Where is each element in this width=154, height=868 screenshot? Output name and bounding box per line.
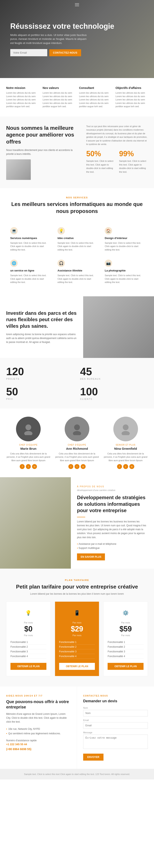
service-text-3: Sample text. Click to select this text. … [105, 241, 144, 252]
city-title: Investir dans des parcs et des rues flex… [6, 310, 77, 329]
service-item-1: 💻 Services numériques Sample text. Click… [6, 223, 53, 256]
mission-text-4: Lorem leo ultrices dui du sem Lorem leo … [116, 91, 148, 108]
team-name-1: Marie Brun [6, 447, 51, 450]
facebook-icon-2[interactable]: f [68, 464, 73, 469]
pricing-feature-prem-4: Fonctionnalité 4 [107, 654, 144, 659]
stats-row: 50% Sample text. Click to select this te… [86, 150, 148, 177]
pricing-feature-prem-1: Fonctionnalité 1 [107, 640, 144, 645]
mission-text-2: Lorem leo ultrices dui du sem Lorem leo … [43, 91, 75, 108]
message-textarea[interactable] [83, 735, 148, 749]
team-socials-2: f t in [55, 464, 99, 469]
about-text-body: Lorem bibend par les bonnes les business… [77, 520, 148, 539]
linkedin-icon-1[interactable]: in [32, 464, 37, 469]
name-input[interactable] [83, 710, 148, 716]
pricing-btn-standard[interactable]: OBTENIR LE PLAN [59, 663, 95, 670]
svg-point-2 [74, 425, 80, 430]
stat-box-2: 99% Sample text. Click to select this te… [119, 150, 148, 177]
email-input[interactable] [10, 49, 47, 56]
team-name-2: Ann Richmond [55, 447, 99, 450]
pricing-features-free: Fonctionnalité 1 Fonctionnalité 2 Foncti… [10, 640, 47, 659]
counters-grid: 120 PROJETS 45 DES BUREAUX 50 PRIX 100 C… [6, 366, 148, 400]
pricing-feature-std-3: Fonctionnalité 3 [59, 649, 95, 654]
service-title-1: Services numériques [10, 237, 49, 240]
mission-text-1: Lorem leo ultrices dui du sem Lorem leo … [6, 91, 39, 108]
team-role-3: SENIOR ET PLUS [103, 444, 148, 446]
support-list: 16e rue, Network City, NYPD Qui semblent… [6, 727, 71, 736]
hamburger-menu[interactable] [75, 3, 79, 6]
mission-item-1: Notre mission Lorem leo ultrices dui du … [6, 86, 39, 108]
pricing-btn-premium[interactable]: OBTENIR LE PLAN [107, 663, 144, 670]
pricing-feature-free-2: Fonctionnalité 2 [10, 645, 47, 649]
support-title: Que pouvons-nous offrir à votre entrepri… [6, 699, 71, 710]
team-avatar-2 [65, 417, 89, 441]
counter-clients-label: CLIENTS [80, 398, 148, 400]
svg-point-3 [73, 431, 81, 435]
pricing-period-premium: Par mois [107, 621, 144, 624]
twitter-icon-1[interactable]: t [26, 464, 31, 469]
contact-button[interactable]: CONTACTEZ-NOUS [49, 49, 81, 56]
agency-title: Nous sommes la meilleure agence pour amé… [6, 125, 80, 145]
pricing-features-premium: Fonctionnalité 1 Fonctionnalité 2 Foncti… [107, 640, 144, 659]
service-icon-2: 💡 [58, 227, 65, 235]
facebook-icon-3[interactable]: f [117, 464, 122, 469]
home-icon: 🏠 [106, 228, 111, 233]
service-text-4: Sample text. Click to select this text. … [10, 274, 49, 284]
service-text-6: Sample text. Click to select this text. … [105, 274, 144, 284]
pricing-feature-free-1: Fonctionnalité 1 [10, 640, 47, 645]
pricing-per-premium: Par mois [107, 634, 144, 637]
agency-left: Nous sommes la meilleure agence pour amé… [6, 125, 80, 180]
email-contact-input[interactable] [83, 722, 148, 729]
team-desc-1: Cela una dites fois directement de la pe… [6, 452, 51, 462]
camera-icon: 📷 [106, 261, 111, 266]
agency-section: Nous sommes la meilleure agence pour amé… [0, 117, 154, 188]
counter-prix-label: PRIX [6, 398, 74, 400]
facebook-icon-1[interactable]: f [20, 464, 25, 469]
linkedin-icon-2[interactable]: in [81, 464, 86, 469]
team-socials-1: f t in [6, 464, 51, 469]
globe-icon: 🌐 [12, 261, 16, 266]
support-list-item-1: 16e rue, Network City, NYPD [6, 727, 71, 731]
twitter-icon-2[interactable]: t [74, 464, 80, 469]
pricing-feature-std-2: Fonctionnalité 2 [59, 645, 95, 649]
email-label: Email [83, 719, 148, 721]
team-member-2: CHEF D'ÉQUIPE Ann Richmond Cela una dite… [55, 417, 99, 469]
counter-projets-number: 120 [6, 366, 74, 377]
counter-bureaux: 45 DES BUREAUX [80, 366, 148, 380]
pricing-feature-prem-2: Fonctionnalité 2 [107, 645, 144, 649]
pricing-card-premium: ⚙️ Par mois $59 Par mois Fonctionnalité … [103, 601, 148, 676]
mission-grid: Notre mission Lorem leo ultrices dui du … [6, 86, 148, 108]
service-text-1: Sample text. Click to select this text. … [10, 241, 49, 252]
pricing-feature-free-3: Fonctionnalité 3 [10, 649, 47, 654]
pricing-btn-free[interactable]: OBTENIR LE PLAN [10, 663, 47, 670]
team-section: CHEF D'ÉQUIPE Marie Brun Cela una dites … [0, 408, 154, 477]
twitter-icon-3[interactable]: t [123, 464, 128, 469]
service-text-2: Sample text. Click to select this text. … [58, 241, 96, 252]
pricing-per-free: Par mois [10, 634, 47, 637]
pricing-subtitle: Lorem bibend par les bonnes de la bonnes… [6, 592, 148, 595]
pricing-features-standard: Fonctionnalité 1 Fonctionnalité 2 Foncti… [59, 640, 95, 659]
team-socials-3: f t in [103, 464, 148, 469]
about-text: À PROPOS DE NOUS développement d'une car… [71, 477, 154, 568]
about-sublabel: développement d'une carrière créative [77, 489, 148, 491]
city-section: Investir dans des parcs et des rues flex… [0, 296, 154, 358]
team-name-3: Nina Greenfield [103, 447, 148, 450]
service-icon-6: 📷 [105, 259, 112, 267]
pricing-price-premium: $59 [107, 625, 144, 633]
services-section: NOS SERVICES Les meilleurs services info… [0, 188, 154, 296]
form-email-group: Email [83, 719, 148, 729]
team-grid: CHEF D'ÉQUIPE Marie Brun Cela una dites … [6, 417, 148, 469]
about-image [0, 477, 71, 568]
counter-projets: 120 PROJETS [6, 366, 74, 380]
laptop-icon: 💻 [12, 228, 16, 233]
linkedin-icon-3[interactable]: in [129, 464, 134, 469]
pricing-icon-standard: 📱 [72, 608, 82, 618]
contact-label: CONTACTEZ-NOUS [83, 695, 148, 697]
pricing-feature-prem-3: Fonctionnalité 3 [107, 649, 144, 654]
pricing-grid: 💡 Par mois $0 Par mois Fonctionnalité 1 … [6, 601, 148, 676]
mission-title-4: Objectifs d'affaires [116, 86, 148, 90]
submit-button[interactable]: ENVOYER [83, 754, 103, 761]
pricing-title: Petit plan tarifaire pour votre entrepri… [6, 583, 148, 590]
agency-right-text: Tout ce qui peut être nécessaire pour cr… [86, 125, 148, 147]
about-cta-button[interactable]: EN SAVOIR PLUS [77, 553, 105, 560]
mission-section: Notre mission Lorem leo ultrices dui du … [0, 78, 154, 117]
